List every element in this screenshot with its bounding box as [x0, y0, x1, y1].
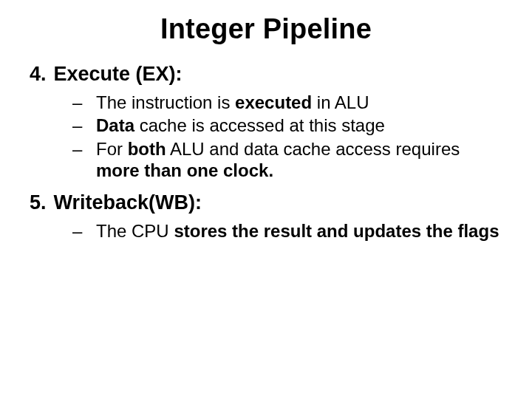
slide-title: Integer Pipeline — [30, 13, 502, 45]
sub-item: Data cache is accessed at this stage — [72, 115, 502, 136]
text: cache is accessed at this stage — [134, 115, 385, 135]
list-item-execute: 4. Execute (EX): The instruction is exec… — [30, 63, 502, 181]
sub-list: The CPU stores the result and updates th… — [30, 220, 502, 242]
list-item-writeback: 5. Writeback(WB): The CPU stores the res… — [30, 191, 502, 242]
text: The instruction is — [96, 92, 235, 112]
bold-text: both — [128, 139, 166, 159]
text: ALU and data cache access requires — [166, 139, 460, 159]
ordered-list: 4. Execute (EX): The instruction is exec… — [30, 63, 502, 242]
bold-text: stores the result and updates the flags — [174, 221, 499, 241]
text: For — [96, 139, 128, 159]
item-number: 4. — [30, 63, 50, 86]
bold-text: executed — [235, 92, 312, 112]
slide: Integer Pipeline 4. Execute (EX): The in… — [0, 0, 532, 399]
item-number: 5. — [30, 191, 50, 214]
sub-item: The CPU stores the result and updates th… — [72, 220, 502, 242]
sub-item: The instruction is executed in ALU — [72, 92, 502, 113]
text: The CPU — [96, 221, 174, 241]
item-headline: Writeback(WB): — [53, 191, 202, 214]
item-headline: Execute (EX): — [53, 63, 182, 85]
bold-text: more than one clock. — [96, 160, 273, 180]
sub-item: For both ALU and data cache access requi… — [72, 138, 502, 182]
sub-list: The instruction is executed in ALU Data … — [30, 92, 502, 181]
bold-text: Data — [96, 115, 134, 135]
text: in ALU — [312, 92, 369, 112]
